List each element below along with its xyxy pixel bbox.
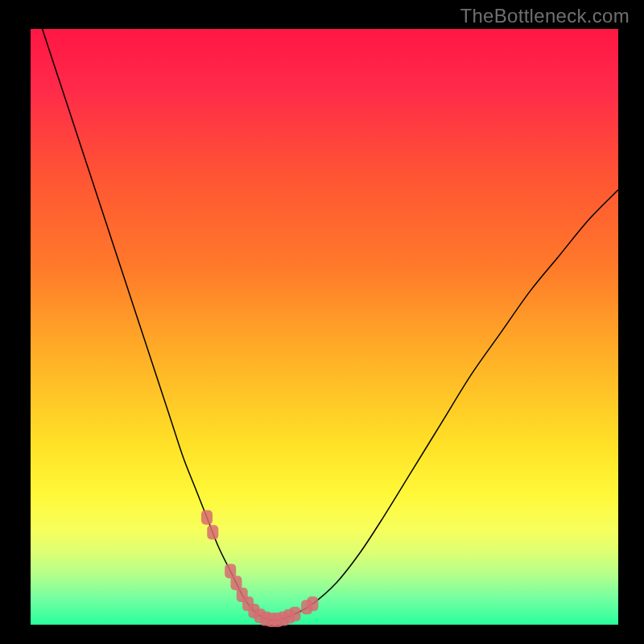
curve-marker	[307, 597, 318, 611]
bottleneck-chart	[0, 0, 644, 644]
curve-marker	[207, 525, 218, 539]
chart-container: TheBottleneck.com	[0, 0, 644, 644]
curve-marker	[290, 607, 301, 621]
curve-marker	[201, 510, 213, 525]
plot-area	[31, 29, 618, 625]
watermark-text: TheBottleneck.com	[460, 5, 630, 27]
